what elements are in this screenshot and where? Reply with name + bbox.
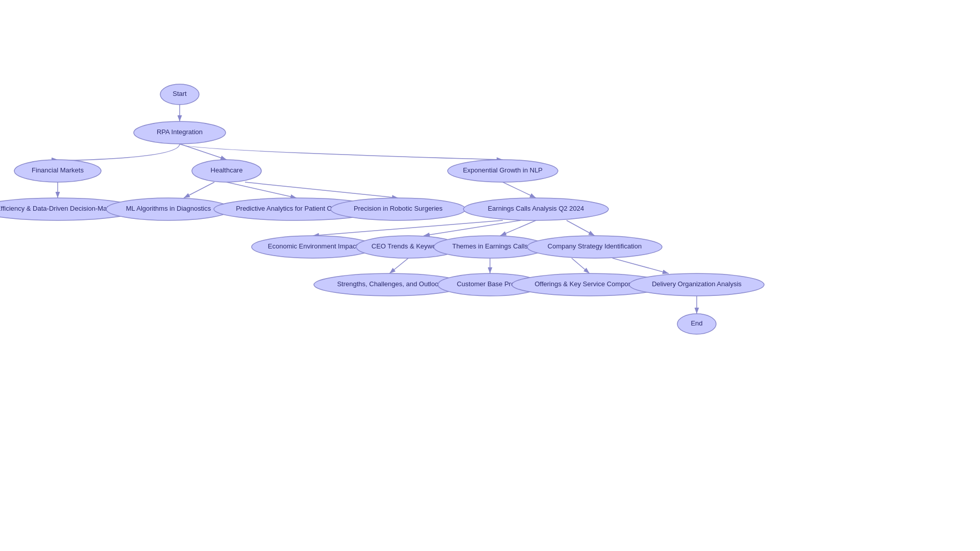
edge-rpa-nlp <box>180 144 503 160</box>
node-strategy-label: Company Strategy Identification <box>548 242 642 250</box>
node-precision-label: Precision in Robotic Surgeries <box>354 205 443 212</box>
node-start-label: Start <box>173 90 187 97</box>
edge-rpa-healthcare <box>180 144 227 160</box>
edge-healthcare-ml <box>184 182 214 198</box>
node-financial-label: Financial Markets <box>32 166 84 174</box>
edge-healthcare-predictive <box>227 182 297 198</box>
edge-earnings-strategy <box>567 220 595 236</box>
node-efficiency-label: Efficiency & Data-Driven Decision-Making <box>0 205 119 212</box>
node-ml-algo-label: ML Algorithms in Diagnostics <box>126 205 211 212</box>
node-offerings-label: Offerings & Key Service Components <box>534 280 645 288</box>
node-earnings-label: Earnings Calls Analysis Q2 2024 <box>488 205 584 212</box>
node-rpa-label: RPA Integration <box>157 128 203 136</box>
edge-ceo-strengths <box>389 258 408 273</box>
node-nlp-label: Exponential Growth in NLP <box>463 166 543 174</box>
node-delivery-label: Delivery Organization Analysis <box>652 280 742 288</box>
node-end-label: End <box>691 319 702 327</box>
node-healthcare-label: Healthcare <box>211 166 243 174</box>
node-economic-label: Economic Environment Impact <box>268 242 358 250</box>
edge-strategy-delivery <box>612 258 669 273</box>
edge-nlp-earnings <box>503 182 536 198</box>
edge-healthcare-precision <box>245 182 398 198</box>
node-themes-label: Themes in Earnings Calls <box>452 242 528 250</box>
edge-strategy-offerings <box>572 258 590 273</box>
edge-rpa-financial <box>58 144 180 161</box>
node-strengths-label: Strengths, Challenges, and Outlook <box>337 280 442 288</box>
